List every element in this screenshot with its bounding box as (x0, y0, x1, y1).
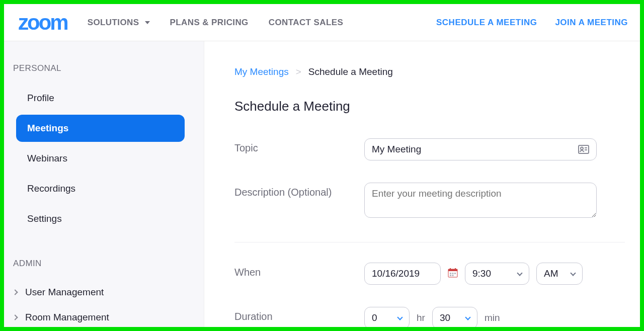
label-when: When (234, 263, 364, 278)
sidebar-item-label: Room Management (25, 312, 109, 323)
nav-solutions[interactable]: SOLUTIONS (88, 18, 150, 28)
when-date-value: 10/16/2019 (372, 268, 420, 279)
label-duration: Duration (234, 307, 364, 322)
page-title: Schedule a Meeting (234, 99, 625, 114)
label-description: Description (Optional) (234, 183, 364, 198)
when-ampm-select[interactable]: AM (536, 263, 583, 285)
breadcrumb: My Meetings > Schedule a Meeting (234, 66, 625, 77)
form-row-topic: Topic My Meeting (234, 138, 625, 160)
nav-contact-sales[interactable]: CONTACT SALES (269, 18, 343, 28)
nav-schedule-meeting[interactable]: SCHEDULE A MEETING (436, 18, 537, 28)
chevron-down-icon (570, 270, 576, 276)
chevron-right-icon (12, 289, 18, 295)
svg-rect-8 (450, 273, 451, 274)
topic-value: My Meeting (372, 144, 421, 155)
duration-minutes-value: 30 (440, 312, 450, 323)
form-row-when: When 10/16/2019 (234, 263, 625, 285)
contact-card-icon[interactable] (578, 145, 589, 154)
sidebar-item-webinars[interactable]: Webinars (16, 145, 185, 172)
topic-input[interactable]: My Meeting (364, 138, 597, 160)
svg-rect-9 (452, 273, 454, 274)
nav-right: SCHEDULE A MEETING JOIN A MEETING (436, 18, 628, 28)
description-textarea[interactable] (364, 183, 597, 218)
sidebar-item-room-management[interactable]: Room Management (10, 305, 195, 330)
form-row-duration: Duration 0 hr 30 min (234, 307, 625, 327)
chevron-down-icon (397, 314, 403, 320)
label-topic: Topic (234, 138, 364, 154)
nav-main: SOLUTIONS PLANS & PRICING CONTACT SALES (88, 18, 344, 28)
duration-minutes-unit: min (485, 312, 500, 323)
svg-rect-10 (454, 273, 456, 274)
duration-hours-unit: hr (417, 312, 425, 323)
sidebar-item-recordings[interactable]: Recordings (16, 175, 185, 202)
svg-rect-11 (450, 275, 451, 276)
svg-rect-5 (448, 269, 457, 271)
chevron-down-icon (465, 314, 470, 320)
sidebar-section-personal: PERSONAL (13, 63, 195, 73)
divider (234, 242, 625, 242)
when-date-input[interactable]: 10/16/2019 (364, 263, 441, 285)
chevron-down-icon (517, 270, 522, 276)
nav-solutions-label: SOLUTIONS (88, 18, 139, 27)
caret-down-icon (145, 21, 150, 24)
sidebar-item-meetings[interactable]: Meetings (16, 115, 185, 142)
nav-join-meeting[interactable]: JOIN A MEETING (555, 18, 628, 28)
when-time-select[interactable]: 9:30 (465, 263, 529, 285)
when-ampm-value: AM (544, 268, 558, 279)
zoom-logo[interactable]: zoom (18, 12, 67, 33)
calendar-icon[interactable] (448, 268, 458, 280)
main-content: My Meetings > Schedule a Meeting Schedul… (204, 41, 640, 327)
sidebar: PERSONAL Profile Meetings Webinars Recor… (4, 41, 204, 327)
sidebar-item-profile[interactable]: Profile (16, 85, 185, 112)
when-time-value: 9:30 (472, 268, 491, 279)
form-row-description: Description (Optional) (234, 183, 625, 220)
svg-point-1 (581, 147, 583, 150)
sidebar-item-label: User Management (25, 287, 104, 298)
top-nav: zoom SOLUTIONS PLANS & PRICING CONTACT S… (4, 4, 640, 41)
duration-hours-select[interactable]: 0 (364, 307, 410, 327)
nav-plans-pricing[interactable]: PLANS & PRICING (170, 18, 249, 28)
sidebar-section-admin: ADMIN (13, 259, 195, 269)
duration-hours-value: 0 (372, 312, 377, 323)
duration-minutes-select[interactable]: 30 (432, 307, 477, 327)
breadcrumb-current: Schedule a Meeting (308, 66, 393, 77)
svg-rect-12 (452, 275, 454, 276)
sidebar-item-user-management[interactable]: User Management (10, 280, 195, 305)
breadcrumb-separator: > (296, 66, 301, 77)
chevron-right-icon (12, 314, 18, 320)
breadcrumb-root[interactable]: My Meetings (234, 66, 289, 77)
sidebar-item-settings[interactable]: Settings (16, 205, 185, 232)
